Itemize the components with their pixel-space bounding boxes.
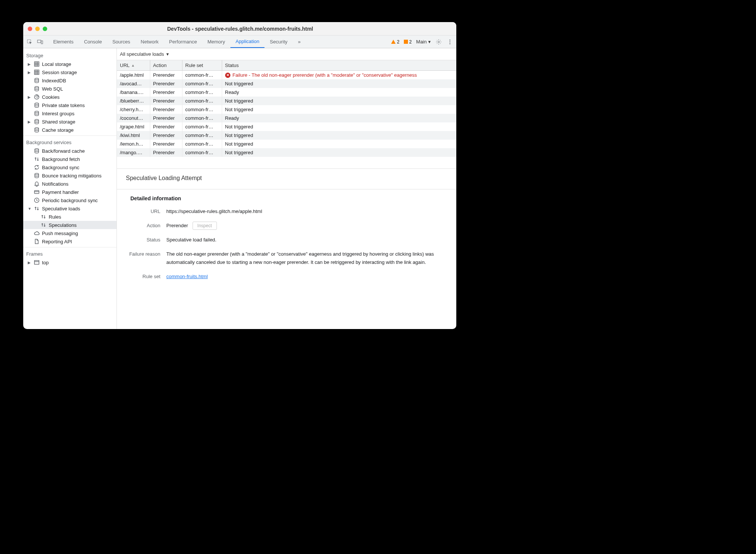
sidebar-item-label: Speculations [49,222,76,228]
filter-dropdown[interactable]: All speculative loads ▾ [117,48,456,60]
sidebar-item-push-messaging[interactable]: Push messaging [23,229,117,237]
sidebar-item-indexeddb[interactable]: IndexedDB [23,76,117,85]
cell-url: /cherry.h… [117,105,150,114]
maximize-window-button[interactable] [43,27,47,31]
sidebar-item-label: Cache storage [42,127,74,133]
sidebar-item-top[interactable]: ▶top [23,258,117,267]
issues-badge[interactable]: 2 [404,39,412,45]
chevron-down-icon: ▾ [428,39,431,45]
table-row[interactable]: /blueberr…Prerendercommon-fr…Not trigger… [117,97,456,105]
cell-url: /kiwi.html [117,131,150,140]
sidebar-item-background-fetch[interactable]: Background fetch [23,155,117,163]
svg-point-13 [37,98,37,98]
table-row[interactable]: /lemon.h…Prerendercommon-fr…Not triggere… [117,140,456,148]
sidebar-item-bounce-tracking-mitigations[interactable]: Bounce tracking mitigations [23,171,117,180]
detail-ruleset-link[interactable]: common-fruits.html [166,274,208,279]
detail-pane: Speculative Loading Attempt Detailed inf… [117,169,456,329]
sidebar-item-rules[interactable]: Rules [23,213,117,221]
sidebar-item-label: Bounce tracking mitigations [42,173,102,179]
table-row[interactable]: /avocad…Prerendercommon-fr…Not triggered [117,79,456,88]
tab-sources[interactable]: Sources [107,36,136,48]
inspect-element-icon[interactable] [26,39,33,45]
close-window-button[interactable] [28,27,32,31]
sidebar-item-label: Push messaging [42,231,78,236]
db-icon [34,86,40,92]
inspect-button[interactable]: Inspect [193,222,217,230]
table-row[interactable]: /kiwi.htmlPrerendercommon-fr…Not trigger… [117,131,456,140]
svg-point-14 [35,103,39,104]
updown-icon [34,206,40,211]
sidebar-item-background-sync[interactable]: Background sync [23,163,117,171]
status-text: Not triggered [222,79,456,88]
context-dropdown[interactable]: Main▾ [416,39,431,45]
tab-network[interactable]: Network [136,36,164,48]
sidebar-item-shared-storage[interactable]: ▶Shared storage [23,118,117,126]
sidebar-item-periodic-background-sync[interactable]: Periodic background sync [23,196,117,204]
cell-url: /blueberr… [117,97,150,105]
table-row[interactable]: /cherry.h…Prerendercommon-fr…Not trigger… [117,105,456,114]
col-header-ruleset[interactable]: Rule set [182,60,222,71]
col-header-url[interactable]: URL▲ [117,60,150,71]
detail-action-value: Prerender [166,223,188,228]
table-row[interactable]: /mango.…Prerendercommon-fr…Not triggered [117,148,456,157]
table-row[interactable]: /coconut…Prerendercommon-fr…Ready [117,114,456,122]
table-row[interactable]: /grape.htmlPrerendercommon-fr…Not trigge… [117,122,456,131]
grid-icon [34,69,40,75]
tab-memory[interactable]: Memory [202,36,230,48]
svg-point-6 [450,43,451,44]
db-icon [34,127,40,133]
bg-services-section-title: Background services [23,137,117,147]
minimize-window-button[interactable] [35,27,40,31]
more-options-icon[interactable] [447,39,453,45]
sidebar-item-label: Private state tokens [42,103,85,108]
tab-security[interactable]: Security [264,36,293,48]
sidebar-item-speculative-loads[interactable]: ▼Speculative loads [23,204,117,213]
sidebar-item-session-storage[interactable]: ▶Session storage [23,68,117,76]
device-mode-icon[interactable] [37,39,43,45]
detail-section-title: Detailed information [126,195,447,201]
sidebar-item-private-state-tokens[interactable]: Private state tokens [23,101,117,109]
more-tabs-button[interactable]: » [293,36,306,48]
table-row[interactable]: /banana.…Prerendercommon-fr…Ready [117,88,456,97]
chevron-right-icon: ▶ [28,95,31,99]
col-header-action[interactable]: Action [150,60,182,71]
sidebar-item-cache-storage[interactable]: Cache storage [23,126,117,134]
sidebar-item-local-storage[interactable]: ▶Local storage [23,60,117,68]
sidebar-item-back-forward-cache[interactable]: Back/forward cache [23,147,117,155]
tab-elements[interactable]: Elements [48,36,79,48]
svg-rect-1 [37,40,41,43]
settings-gear-icon[interactable] [435,39,442,45]
cell-action: Prerender [150,131,182,140]
col-header-status[interactable]: Status [222,60,456,71]
warnings-badge[interactable]: 2 [391,39,399,45]
application-sidebar: Storage ▶Local storage▶Session storageIn… [23,48,117,329]
sidebar-item-label: Reporting API [42,239,72,244]
tab-performance[interactable]: Performance [164,36,202,48]
sidebar-item-interest-groups[interactable]: Interest groups [23,109,117,118]
sidebar-item-cookies[interactable]: ▶Cookies [23,93,117,101]
sidebar-item-speculations[interactable]: Speculations [23,221,117,229]
titlebar: DevTools - speculative-rules.glitch.me/c… [23,22,456,36]
sidebar-item-reporting-api[interactable]: Reporting API [23,237,117,246]
sidebar-item-label: Rules [49,214,61,220]
sidebar-item-web-sql[interactable]: Web SQL [23,85,117,93]
sidebar-item-label: Shared storage [42,119,75,125]
sidebar-item-label: IndexedDB [42,78,66,83]
sidebar-item-notifications[interactable]: Notifications [23,180,117,188]
sidebar-item-label: top [42,260,49,265]
chevron-down-icon: ▼ [28,207,31,211]
svg-point-19 [35,173,39,175]
status-text: Not triggered [222,131,456,140]
status-text: Failure - The old non-eager prerender (w… [233,72,417,78]
cell-ruleset: common-fr… [182,105,222,114]
tab-console[interactable]: Console [79,36,107,48]
cloud-icon [34,230,40,236]
table-row[interactable]: /apple.htmlPrerendercommon-fr…✕Failure -… [117,71,456,80]
cell-url: /grape.html [117,122,150,131]
detail-url-value: https://speculative-rules.glitch.me/appl… [166,207,447,216]
detail-title: Speculative Loading Attempt [126,175,447,182]
status-text: Not triggered [222,148,456,157]
sidebar-item-payment-handler[interactable]: Payment handler [23,188,117,196]
cell-url: /lemon.h… [117,140,150,148]
tab-application[interactable]: Application [230,36,265,48]
